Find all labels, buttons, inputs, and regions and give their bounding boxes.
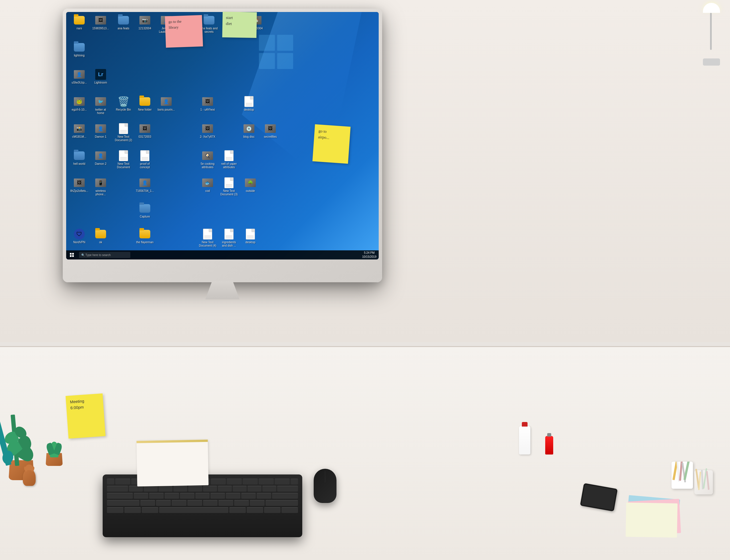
desktop-icon-lihzjo[interactable]: 🖼 lIhZjo2o8ets... (69, 176, 90, 194)
start-button[interactable] (66, 250, 78, 259)
taskbar: 🔍 Type here to search 5:24 PM 10/15/2019 (66, 250, 379, 259)
pencil-holder-2 (694, 470, 713, 494)
sticky-note-start-diet: startdiet (222, 12, 257, 38)
desktop-icon-new-text-4[interactable]: New Text Document (4) (197, 227, 218, 249)
bottle (519, 426, 530, 455)
desktop-icon-nordvpn[interactable]: 🛡 NordVPN (69, 227, 90, 245)
desktop-icon-new-text-2[interactable]: New Text Document (2) (113, 122, 134, 143)
search-bar[interactable]: 🔍 Type here to search (79, 252, 130, 258)
desktop-icon-boris[interactable]: 👤 boris pourin... (156, 95, 177, 113)
sticky-diet-text: startdiet (226, 15, 233, 26)
windows-logo-area (259, 35, 356, 132)
desktop-icon-new-text-doc-3[interactable]: New Text Document (3) (219, 176, 239, 197)
desktop-icon-nell-yap[interactable]: nell of yaper attributes (219, 149, 239, 170)
taskbar-clock: 5:24 PM 10/15/2019 (362, 251, 379, 259)
desktop-icon-1-uayhexi[interactable]: 🖼 1 - uAYhexi (197, 95, 218, 113)
desktop-icon-lightroom[interactable]: Lr Lightroom (90, 68, 111, 86)
desktop-icon-blog-disc[interactable]: 💿 blog disc (239, 122, 259, 140)
desktop-icon-desktop2[interactable]: desktop (240, 227, 261, 245)
desktop-icon-egzif[interactable]: 🐸 egzif-6-10... (69, 95, 90, 113)
desktop-icon-nani[interactable]: nani (69, 13, 90, 31)
desktop-icon-uslw[interactable]: 👤 uSlw3Uzp... (69, 68, 90, 86)
desktop-icon-damon1[interactable]: 👤 Damon 1 (90, 122, 111, 140)
lamp (700, 3, 723, 66)
desktop-icon-new-text-3[interactable]: New Text Document (113, 149, 134, 170)
desktop-icon-secretfiles[interactable]: 🖼 secretfiles (260, 122, 281, 140)
desktop-icon-03172003[interactable]: 🖼 03172003 (135, 122, 155, 140)
desktop-icon-wireless-phone[interactable]: 📱 wireless phone... (90, 176, 111, 197)
desktop-icon-cmgb1m[interactable]: 📸 cMGB1M... (69, 122, 90, 140)
desktop-icon-desktop1[interactable]: desktop (239, 95, 259, 113)
desktop-icon-2-xw7y87x[interactable]: 🖼 2- Xw7y87X (197, 122, 218, 140)
plant-small (46, 453, 63, 466)
sticky-note-go-library: go to thelibrary (165, 15, 203, 48)
pencil-holder (672, 462, 693, 489)
desktop-icon-outside[interactable]: 🌳 outside (240, 176, 261, 194)
copper-figurine (23, 469, 36, 486)
desktop-icon-capture[interactable]: Capture (135, 202, 155, 220)
desktop-icon-damon2[interactable]: 👤 Damon 2 (90, 149, 111, 167)
desktop-icon-flayerman[interactable]: the flayerman (135, 227, 155, 245)
desktop-icon-ingredients[interactable]: ingredients and dish ... (219, 227, 239, 249)
desk-sticky-meeting: Meeting6:00pm (66, 393, 106, 439)
desk-sticky-meeting-text: Meeting6:00pm (70, 399, 84, 410)
desktop-icon-lightning[interactable]: lightning (69, 40, 90, 58)
mouse (314, 469, 336, 503)
sticky-airport-text: go toairpo... (318, 129, 329, 140)
sticky-note-go-airport: go toairpo... (313, 124, 351, 164)
desktop-icon-cod[interactable]: 🐟 cod (197, 176, 218, 194)
papers (137, 440, 209, 486)
desktop-icon-twitter-at-home[interactable]: 🐦 twitter at home (90, 95, 111, 116)
desktop-icon-12132004[interactable]: 📷 12132004 (135, 13, 155, 31)
desktop-icon-recycle-bin[interactable]: 🗑️ Recycle Bin (113, 95, 134, 113)
sticky-library-text: go to thelibrary (169, 19, 182, 29)
desktop-icon-71656704[interactable]: 👤 71656704_1... (135, 176, 155, 194)
desktop-icon-5e-cooking[interactable]: 🍳 5e cooking attributes (197, 149, 218, 170)
desktop-icon-ok[interactable]: ok (90, 227, 111, 245)
small-bottle-nail-polish (545, 436, 553, 455)
desktop-icon-ana-feats[interactable]: ana feats (113, 13, 134, 31)
desktop-icon-new-folder[interactable]: New folder (135, 95, 155, 113)
desktop-icon-hell-world[interactable]: hell world (69, 149, 90, 167)
desktop-icon-proof-of-concept[interactable]: proof of concept (135, 149, 155, 170)
desktop-icon-159839513[interactable]: 🖼 159839513... (90, 13, 111, 31)
